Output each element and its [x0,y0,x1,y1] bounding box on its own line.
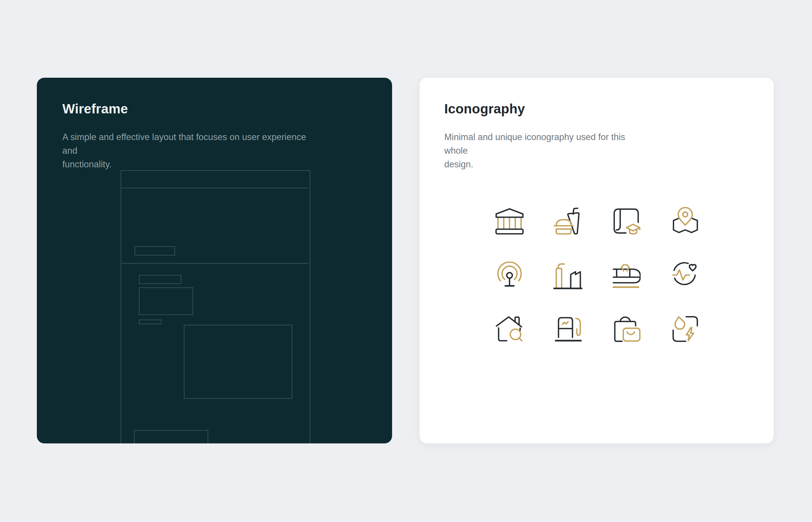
broadcast-antenna-icon [495,262,524,290]
wireframe-card-title: Wireframe [62,101,128,117]
charging-station-icon [553,316,582,345]
factory-icon [553,262,582,290]
wireframe-footer-block [134,430,208,443]
wireframe-card-description: A simple and effective layout that focus… [62,130,318,171]
wireframe-image-box-block [184,325,292,399]
wireframe-label-block [139,275,181,284]
wireframe-description-line-2: functionality. [62,158,318,171]
wireframe-section-divider [121,263,308,264]
wireframe-page-mock [121,170,310,443]
wireframe-small-box-block [139,287,193,315]
wireframe-text-line-block [139,320,162,324]
wireframe-hero-button-block [135,246,175,256]
bank-icon [495,207,524,236]
education-book-icon [612,207,641,236]
fast-food-icon [553,207,582,236]
wireframe-description-line-1: A simple and effective layout that focus… [62,130,318,158]
home-search-icon [495,316,524,345]
train-icon [612,262,641,290]
wireframe-card: Wireframe A simple and effective layout … [37,78,392,443]
wireframe-navbar-block [121,171,308,188]
map-pin-icon [670,207,699,236]
icon-grid [495,207,699,345]
iconography-description-line-2: design. [444,158,647,171]
water-energy-icon [670,316,699,345]
iconography-card: Iconography Minimal and unique iconograp… [420,78,774,443]
shopping-bags-icon [612,316,641,345]
health-pulse-icon [670,262,699,290]
iconography-card-description: Minimal and unique iconography used for … [444,130,647,171]
iconography-card-title: Iconography [444,101,525,117]
iconography-description-line-1: Minimal and unique iconography used for … [444,130,647,158]
